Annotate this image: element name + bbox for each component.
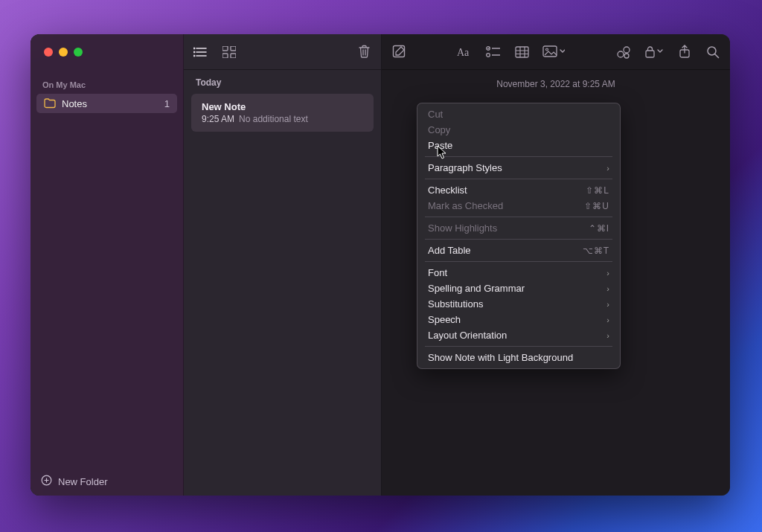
menu-separator (425, 346, 612, 347)
menu-item-label: Show Highlights (428, 222, 497, 234)
menu-item-label: Copy (428, 124, 450, 135)
svg-rect-4 (222, 46, 228, 51)
menu-item-font[interactable]: Font› (417, 265, 620, 281)
lock-button[interactable] (644, 44, 665, 60)
format-text-button[interactable]: Aa (457, 44, 473, 60)
svg-point-14 (546, 48, 548, 51)
delete-note-button[interactable] (356, 44, 372, 60)
menu-item-spelling-and-grammar[interactable]: Spelling and Grammar› (417, 281, 620, 296)
search-button[interactable] (705, 44, 721, 60)
list-view-button[interactable] (193, 44, 209, 60)
link-button[interactable] (615, 44, 632, 60)
menu-item-speech[interactable]: Speech› (417, 312, 620, 327)
menu-item-label: Paste (428, 140, 452, 151)
svg-rect-12 (516, 47, 528, 57)
folder-count: 1 (164, 98, 170, 109)
svg-point-1 (193, 48, 195, 49)
table-button[interactable] (513, 44, 530, 60)
menu-separator (425, 239, 612, 240)
menu-item-mark-as-checked: Mark as Checked⇧⌘U (417, 198, 620, 214)
chevron-right-icon: › (606, 164, 609, 173)
menu-item-label: Layout Orientation (428, 330, 507, 341)
menu-item-label: Mark as Checked (428, 200, 503, 211)
context-menu: CutCopyPasteParagraph Styles›Checklist⇧⌘… (417, 103, 621, 369)
checklist-button[interactable] (485, 44, 502, 60)
svg-rect-18 (646, 51, 654, 57)
gallery-view-button[interactable] (221, 44, 237, 60)
menu-item-copy: Copy (417, 122, 620, 138)
menu-item-show-highlights: Show Highlights⌃⌘I (417, 220, 620, 236)
menu-item-shortcut: ⌃⌘I (589, 223, 609, 234)
menu-item-add-table[interactable]: Add Table⌥⌘T (417, 243, 620, 258)
svg-point-3 (193, 55, 195, 57)
chevron-right-icon: › (606, 269, 609, 278)
new-folder-label: New Folder (58, 476, 107, 487)
svg-rect-6 (222, 54, 228, 58)
note-list-item[interactable]: New Note 9:25 AMNo additional text (191, 94, 374, 132)
chevron-right-icon: › (606, 300, 609, 309)
menu-separator (425, 179, 612, 179)
sidebar: On My Mac Notes 1 New Folder (31, 34, 184, 496)
share-button[interactable] (676, 44, 693, 60)
menu-item-label: Speech (428, 314, 461, 325)
window-controls (31, 34, 183, 70)
menu-item-label: Font (428, 267, 447, 278)
menu-item-paste[interactable]: Paste (417, 138, 620, 153)
menu-item-label: Show Note with Light Background (428, 352, 573, 363)
menu-item-label: Add Table (428, 245, 471, 256)
svg-point-17 (624, 54, 629, 58)
list-section-header: Today (184, 70, 381, 92)
menu-item-shortcut: ⇧⌘L (586, 185, 609, 196)
menu-item-label: Checklist (428, 185, 467, 196)
svg-point-11 (487, 53, 490, 57)
close-window-button[interactable] (44, 48, 53, 57)
chevron-right-icon: › (606, 315, 609, 324)
plus-circle-icon (41, 475, 52, 488)
menu-item-substitutions[interactable]: Substitutions› (417, 296, 620, 312)
svg-point-16 (624, 47, 630, 53)
svg-point-20 (708, 47, 716, 55)
list-toolbar (184, 34, 381, 70)
note-time: 9:25 AM (202, 114, 234, 124)
menu-item-layout-orientation[interactable]: Layout Orientation› (417, 327, 620, 343)
svg-point-2 (193, 51, 195, 53)
compose-button[interactable] (391, 44, 407, 60)
svg-point-15 (618, 51, 624, 57)
menu-item-paragraph-styles[interactable]: Paragraph Styles› (417, 160, 620, 176)
sidebar-folder-notes[interactable]: Notes 1 (36, 94, 177, 113)
fullscreen-window-button[interactable] (74, 48, 83, 57)
editor-toolbar: Aa (382, 34, 730, 70)
menu-separator (425, 261, 612, 262)
menu-item-checklist[interactable]: Checklist⇧⌘L (417, 182, 620, 198)
chevron-right-icon: › (606, 284, 609, 293)
menu-item-shortcut: ⌥⌘T (583, 246, 609, 256)
svg-rect-7 (231, 54, 236, 58)
folder-name: Notes (62, 98, 87, 109)
note-preview: No additional text (239, 114, 308, 124)
svg-rect-5 (231, 46, 236, 51)
menu-separator (425, 217, 612, 217)
menu-separator (425, 156, 612, 157)
notes-list-column: Today New Note 9:25 AMNo additional text (184, 34, 382, 496)
notes-app-window: On My Mac Notes 1 New Folder (31, 34, 730, 496)
menu-item-label: Spelling and Grammar (428, 283, 525, 294)
chevron-right-icon: › (606, 331, 609, 340)
menu-item-label: Substitutions (428, 298, 483, 310)
note-title: New Note (202, 101, 363, 112)
menu-item-label: Cut (428, 109, 443, 120)
media-button[interactable] (542, 44, 566, 60)
menu-item-shortcut: ⇧⌘U (584, 201, 609, 211)
minimize-window-button[interactable] (59, 48, 68, 57)
svg-text:Aa: Aa (457, 47, 470, 58)
menu-item-cut: Cut (417, 106, 620, 122)
note-timestamp: November 3, 2022 at 9:25 AM (382, 70, 730, 98)
new-folder-button[interactable]: New Folder (31, 467, 183, 496)
menu-item-label: Paragraph Styles (428, 162, 502, 173)
sidebar-section-label: On My Mac (31, 70, 183, 94)
menu-item-show-note-with-light-background[interactable]: Show Note with Light Background (417, 350, 620, 365)
note-subtitle: 9:25 AMNo additional text (202, 114, 363, 124)
folder-icon (44, 97, 56, 109)
